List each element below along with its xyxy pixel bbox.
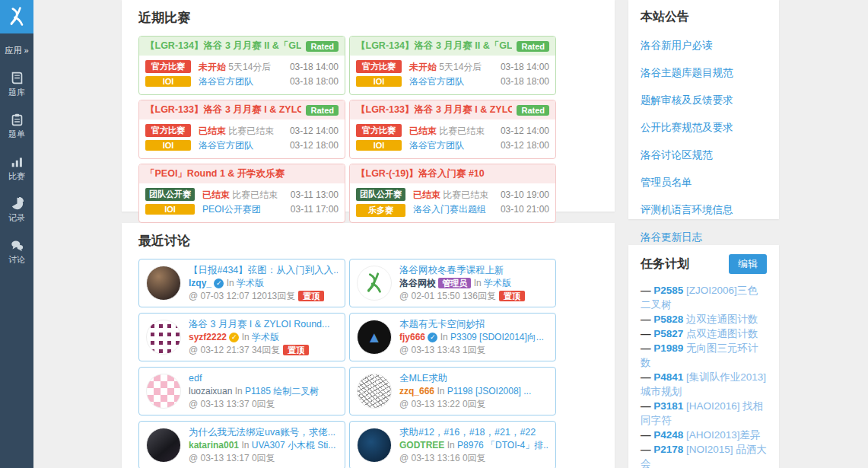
task-item[interactable]: — P5828 边双连通图计数	[641, 312, 767, 326]
discussion-author[interactable]: luozaixuan	[189, 386, 232, 396]
discussion-card[interactable]: 洛谷网校冬春季课程上新 洛谷网校 管理员 In 学术版 @ 02-01 15:5…	[349, 259, 556, 307]
discussion-title[interactable]: edf	[189, 372, 338, 384]
sidebar-item-discussions[interactable]: 讨论	[0, 239, 33, 266]
discussion-author[interactable]: katarina001	[189, 440, 239, 450]
discussion-author[interactable]: 洛谷网校	[399, 278, 436, 288]
announcement-link[interactable]: 洛谷新用户必读	[641, 39, 767, 53]
task-item[interactable]: — P2585 [ZJOI2006]三色二叉树	[641, 283, 767, 312]
avatar[interactable]	[146, 320, 181, 355]
discussion-card[interactable]: ▲ 本题有无卡空间妙招 fjy666 ✓ In P3309 [SDOI2014]…	[349, 313, 556, 361]
problem-id-link[interactable]: P2585	[653, 285, 683, 296]
contest-tag: IOI	[356, 76, 402, 87]
discussion-title[interactable]: 洛谷 3 月月赛 I & ZYLOI Round...	[189, 318, 338, 330]
discussion-forum-link[interactable]: 学术版	[237, 278, 264, 288]
avatar[interactable]: ▲	[357, 320, 392, 355]
discussion-card[interactable]: 求助#12，#16，#18，#21，#22 GODTREE In P8976 「…	[349, 421, 556, 468]
contest-title[interactable]: 「PEOI」Round 1 & 开学欢乐赛	[145, 167, 285, 180]
discussion-author[interactable]: syzf2222	[189, 332, 227, 342]
edit-button[interactable]: 编辑	[729, 254, 767, 274]
discussion-card[interactable]: edf luozaixuan In P1185 绘制二叉树 @ 03-13 13…	[138, 367, 345, 415]
sidebar-item-records[interactable]: 记录	[0, 197, 33, 224]
task-item[interactable]: — P5827 点双连通图计数	[641, 326, 767, 341]
avatar[interactable]	[146, 428, 181, 463]
contest-organizer-link[interactable]: 洛谷官方团队	[409, 140, 464, 151]
sidebar-item-apps[interactable]: 应用 »	[0, 45, 33, 56]
contest-title[interactable]: 【LGR-(-19)】洛谷入门赛 #10	[356, 167, 485, 180]
avatar[interactable]	[146, 374, 181, 409]
problem-id-link[interactable]: P3181	[653, 400, 683, 412]
discussion-forum-link[interactable]: P3309 [SDOI2014]向...	[450, 332, 544, 342]
avatar[interactable]	[357, 266, 392, 301]
discussion-title[interactable]: 全MLE求助	[399, 372, 548, 384]
discussion-forum-link[interactable]: UVA307 小木棍 Sti...	[252, 440, 335, 450]
contest-times: 03-10 19:00 03-10 21:00	[501, 188, 549, 217]
problem-id-link[interactable]: P2178	[653, 444, 683, 455]
problem-title-link[interactable]: 边双连通图计数	[686, 314, 758, 325]
discussion-title[interactable]: 为什么我无法绑定uva账号，求佬...	[189, 426, 338, 438]
contest-title[interactable]: 【LGR-133】洛谷 3 月月赛 I & ZYLOI ...	[145, 103, 301, 116]
discussion-title[interactable]: 【日报#434】弦图：从入门到入入...	[189, 264, 338, 276]
task-item[interactable]: — P2178 [NOI2015] 品酒大会	[641, 442, 767, 468]
announcement-link[interactable]: 公开比赛规范及要求	[641, 121, 767, 135]
announcement-link[interactable]: 题解审核及反馈要求	[641, 94, 767, 107]
contest-card[interactable]: 【LGR-134】洛谷 3 月月赛 II &「GLR ... Rated 官方比…	[138, 36, 345, 95]
discussion-title[interactable]: 本题有无卡空间妙招	[399, 318, 548, 330]
task-item[interactable]: — P4248 [AHOI2013]差异	[641, 428, 767, 442]
announcement-link[interactable]: 评测机语言环境信息	[641, 203, 767, 217]
discussion-card[interactable]: 【日报#434】弦图：从入门到入入... lzqy_ ✓ In 学术版 @ 07…	[138, 259, 345, 307]
discussion-forum-link[interactable]: 学术版	[252, 332, 279, 342]
contest-organizer-link[interactable]: PEOI公开赛团	[202, 204, 261, 215]
contest-organizer-link[interactable]: 洛谷官方团队	[409, 76, 464, 87]
contest-organizer-link[interactable]: 洛谷官方团队	[199, 140, 253, 151]
pinned-badge: 置顶	[298, 291, 324, 301]
discussion-author[interactable]: lzqy_	[189, 278, 211, 288]
discussion-forum-link[interactable]: P8976 「DTOI-4」排...	[457, 440, 548, 450]
contest-organizer-link[interactable]: 洛谷入门赛出题组	[413, 204, 486, 215]
problem-id-link[interactable]: P4841	[653, 371, 683, 383]
discussion-forum-link[interactable]: P1185 绘制二叉树	[245, 386, 319, 396]
luogu-logo[interactable]	[0, 0, 33, 33]
contest-organizer-link[interactable]: 洛谷官方团队	[199, 76, 253, 87]
announcement-link[interactable]: 管理员名单	[641, 176, 767, 189]
avatar[interactable]	[357, 428, 392, 463]
task-item[interactable]: — P4841 [集训队作业2013]城市规划	[641, 370, 767, 399]
problem-title-link[interactable]: [AHOI2013]差异	[686, 429, 761, 441]
sidebar-item-problems[interactable]: 题库	[0, 72, 33, 98]
sidebar-item-contests[interactable]: 比赛	[0, 155, 33, 182]
discussion-author[interactable]: zzq_666	[399, 386, 434, 396]
discussion-forum-link[interactable]: P1198 [JSOI2008] ...	[447, 386, 532, 396]
problem-id-link[interactable]: P5827	[653, 328, 683, 339]
luogu-logo-icon	[6, 6, 27, 27]
avatar[interactable]	[357, 374, 392, 409]
contest-card[interactable]: 【LGR-133】洛谷 3 月月赛 I & ZYLOI ... Rated 官方…	[138, 100, 345, 159]
contest-card[interactable]: 【LGR-133】洛谷 3 月月赛 I & ZYLOI ... Rated 官方…	[349, 100, 556, 159]
discussion-author[interactable]: fjy666	[399, 332, 425, 342]
discussion-card[interactable]: 全MLE求助 zzq_666 In P1198 [JSOI2008] ... @…	[349, 367, 556, 415]
discussion-card[interactable]: 洛谷 3 月月赛 I & ZYLOI Round... syzf2222 ✓ I…	[138, 313, 345, 361]
problem-id-link[interactable]: P1989	[653, 342, 683, 354]
announcement-link[interactable]: 洛谷讨论区规范	[641, 148, 767, 162]
task-item[interactable]: — P3181 [HAOI2016] 找相同字符	[641, 399, 767, 428]
discussion-card[interactable]: 为什么我无法绑定uva账号，求佬... katarina001 In UVA30…	[138, 421, 345, 468]
discussion-forum-link[interactable]: 学术版	[484, 278, 511, 288]
discussion-title[interactable]: 求助#12，#16，#18，#21，#22	[399, 426, 548, 438]
problem-id-link[interactable]: P5828	[653, 314, 683, 325]
announcement-link[interactable]: 洛谷主题库题目规范	[641, 66, 767, 80]
contest-title[interactable]: 【LGR-134】洛谷 3 月月赛 II &「GLR-...	[356, 40, 512, 53]
discussion-title[interactable]: 洛谷网校冬春季课程上新	[399, 264, 548, 276]
sidebar-item-problem-lists[interactable]: 题单	[0, 113, 33, 140]
problem-title-link[interactable]: 点双连通图计数	[686, 328, 758, 339]
task-item[interactable]: — P1989 无向图三元环计数	[641, 341, 767, 370]
contest-title[interactable]: 【LGR-134】洛谷 3 月月赛 II &「GLR ...	[145, 40, 301, 53]
contest-times: 03-18 14:00 03-18 18:00	[290, 60, 339, 89]
contest-status-detail: 比赛已结束	[443, 189, 488, 200]
problem-id-link[interactable]: P4248	[653, 429, 683, 441]
announcement-link[interactable]: 洛谷更新日志	[641, 231, 767, 244]
discussion-author[interactable]: GODTREE	[399, 440, 444, 450]
contest-card[interactable]: 【LGR-(-19)】洛谷入门赛 #10 团队公开赛 乐多赛 已结束 比赛已结束…	[349, 164, 556, 223]
contest-title[interactable]: 【LGR-133】洛谷 3 月月赛 I & ZYLOI ...	[356, 103, 512, 116]
contest-card[interactable]: 「PEOI」Round 1 & 开学欢乐赛 团队公开赛 IOI 已结束 比赛已结…	[138, 164, 345, 223]
avatar[interactable]	[146, 266, 181, 301]
contest-card[interactable]: 【LGR-134】洛谷 3 月月赛 II &「GLR-... Rated 官方比…	[349, 36, 556, 95]
verified-check-icon: ✓	[214, 279, 224, 288]
